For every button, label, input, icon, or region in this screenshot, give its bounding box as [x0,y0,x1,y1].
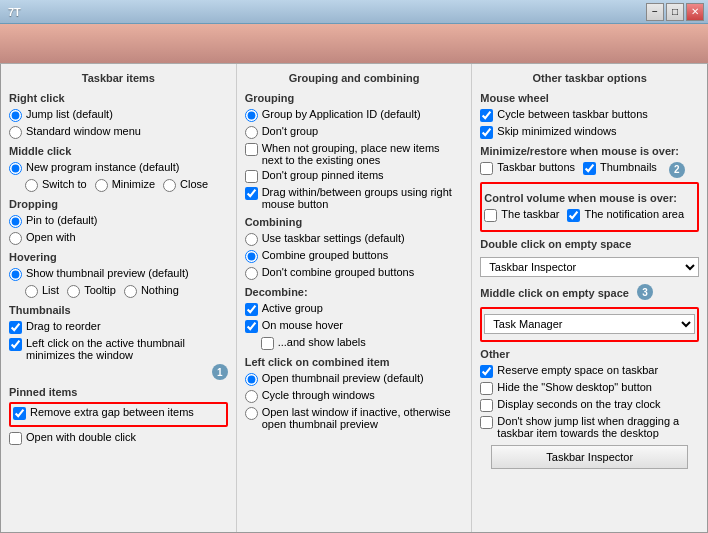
decomb-check2[interactable]: On mouse hover [245,319,464,333]
badge-1: 1 [212,364,228,380]
mce-label: Middle click on empty space [480,287,629,299]
minimize-restore-section: Minimize/restore when mouse is over: Tas… [480,145,699,178]
middle-click-inline: Switch to Minimize Close [25,178,228,192]
double-click-section: Double click on empty space Taskbar Insp… [480,238,699,281]
decombine-label: Decombine: [245,286,464,298]
left-click-combined-section: Left click on combined item Open thumbna… [245,356,464,430]
control-volume-section: Control volume when mouse is over: The t… [480,182,699,232]
taskbar-inspector-btn-container: Taskbar Inspector [480,445,699,469]
pinned-badge-row: 1 [9,364,228,380]
other-check3[interactable]: Display seconds on the tray clock [480,398,699,412]
other-label: Other [480,348,699,360]
thumbnails-section: Thumbnails Drag to reorder Left click on… [9,304,228,361]
mr-taskbar[interactable]: Taskbar buttons [480,161,575,175]
mce-highlight: Task Manager [480,307,699,342]
hover-tooltip[interactable]: Tooltip [67,284,116,298]
comb-opt1[interactable]: Use taskbar settings (default) [245,232,464,246]
combining-section: Combining Use taskbar settings (default)… [245,216,464,280]
dc-label: Double click on empty space [480,238,699,250]
mc-switch[interactable]: Switch to [25,178,87,192]
hover-list[interactable]: List [25,284,59,298]
close-button[interactable]: ✕ [686,3,704,21]
mc-minimize[interactable]: Minimize [95,178,155,192]
hover-nothing[interactable]: Nothing [124,284,179,298]
right-click-section: Right click Jump list (default) Standard… [9,92,228,139]
group-check3[interactable]: Drag within/between groups using right m… [245,186,464,210]
thumbnails-label: Thumbnails [9,304,228,316]
decombine-section: Decombine: Active group On mouse hover .… [245,286,464,350]
middle-click-select[interactable]: Task Manager [484,314,695,334]
dropping-label: Dropping [9,198,228,210]
combining-label: Combining [245,216,464,228]
middle-panel: Grouping and combining Grouping Group by… [237,64,473,532]
other-check4[interactable]: Don't show jump list when dragging a tas… [480,415,699,439]
pinned-gap[interactable]: Remove extra gap between items [13,406,224,420]
pinned-items-section: 1 Pinned items Remove extra gap between … [9,364,228,445]
mw-check1[interactable]: Cycle between taskbar buttons [480,108,699,122]
right-click-label: Right click [9,92,228,104]
lcc-opt1[interactable]: Open thumbnail preview (default) [245,372,464,386]
hovering-inline: List Tooltip Nothing [25,284,228,298]
pinned-label: Pinned items [9,386,228,398]
top-banner [0,24,708,64]
hover-opt1[interactable]: Show thumbnail preview (default) [9,267,228,281]
cv-notification[interactable]: The notification area [567,208,684,222]
dropping-section: Dropping Pin to (default) Open with [9,198,228,245]
middle-click-label: Middle click [9,145,228,157]
lcc-opt3[interactable]: Open last window if inactive, otherwise … [245,406,464,430]
drop-opt1[interactable]: Pin to (default) [9,214,228,228]
decomb-check3[interactable]: ...and show labels [261,336,464,350]
lcc-opt2[interactable]: Cycle through windows [245,389,464,403]
right-click-opt1[interactable]: Jump list (default) [9,108,228,122]
hovering-label: Hovering [9,251,228,263]
middle-click-empty-section: Middle click on empty space 3 Task Manag… [480,281,699,342]
comb-opt3[interactable]: Don't combine grouped buttons [245,266,464,280]
title-bar-buttons: − □ ✕ [646,3,704,21]
group-check2[interactable]: Don't group pinned items [245,169,464,183]
group-check1[interactable]: When not grouping, place new items next … [245,142,464,166]
lcc-label: Left click on combined item [245,356,464,368]
middle-click-section: Middle click New program instance (defau… [9,145,228,192]
left-panel: Taskbar items Right click Jump list (def… [1,64,237,532]
thumb-drag[interactable]: Drag to reorder [9,320,228,334]
mr-label: Minimize/restore when mouse is over: [480,145,699,157]
minimize-button[interactable]: − [646,3,664,21]
middle-click-opt1[interactable]: New program instance (default) [9,161,228,175]
right-click-opt2[interactable]: Standard window menu [9,125,228,139]
double-click-select[interactable]: Taskbar Inspector [480,257,699,277]
cv-label: Control volume when mouse is over: [484,192,695,204]
hovering-section: Hovering Show thumbnail preview (default… [9,251,228,298]
middle-panel-title: Grouping and combining [245,72,464,84]
pinned-doubleclick[interactable]: Open with double click [9,431,228,445]
other-section: Other Reserve empty space on taskbar Hid… [480,348,699,439]
mw-check2[interactable]: Skip minimized windows [480,125,699,139]
other-check1[interactable]: Reserve empty space on taskbar [480,364,699,378]
main-container: Taskbar items Right click Jump list (def… [0,64,708,533]
group-opt2[interactable]: Don't group [245,125,464,139]
taskbar-inspector-button[interactable]: Taskbar Inspector [491,445,688,469]
maximize-button[interactable]: □ [666,3,684,21]
cv-inline: The taskbar The notification area [484,208,695,225]
comb-opt2[interactable]: Combine grouped buttons [245,249,464,263]
left-panel-title: Taskbar items [9,72,228,84]
mouse-wheel-label: Mouse wheel [480,92,699,104]
right-panel-title: Other taskbar options [480,72,699,84]
mr-inline: Taskbar buttons Thumbnails 2 [480,161,699,178]
grouping-section: Grouping Group by Application ID (defaul… [245,92,464,210]
drop-opt2[interactable]: Open with [9,231,228,245]
group-opt1[interactable]: Group by Application ID (default) [245,108,464,122]
title-text: 7T [8,6,21,18]
badge-2: 2 [669,162,685,178]
badge-3: 3 [637,284,653,300]
cv-taskbar[interactable]: The taskbar [484,208,559,222]
mr-thumbnails[interactable]: Thumbnails [583,161,657,175]
other-check2[interactable]: Hide the "Show desktop" button [480,381,699,395]
title-bar: 7T − □ ✕ [0,0,708,24]
right-panel: Other taskbar options Mouse wheel Cycle … [472,64,707,532]
mc-close[interactable]: Close [163,178,208,192]
pinned-gap-highlight: Remove extra gap between items [9,402,228,427]
mouse-wheel-section: Mouse wheel Cycle between taskbar button… [480,92,699,139]
grouping-label: Grouping [245,92,464,104]
decomb-check1[interactable]: Active group [245,302,464,316]
thumb-leftclick[interactable]: Left click on the active thumbnail minim… [9,337,228,361]
